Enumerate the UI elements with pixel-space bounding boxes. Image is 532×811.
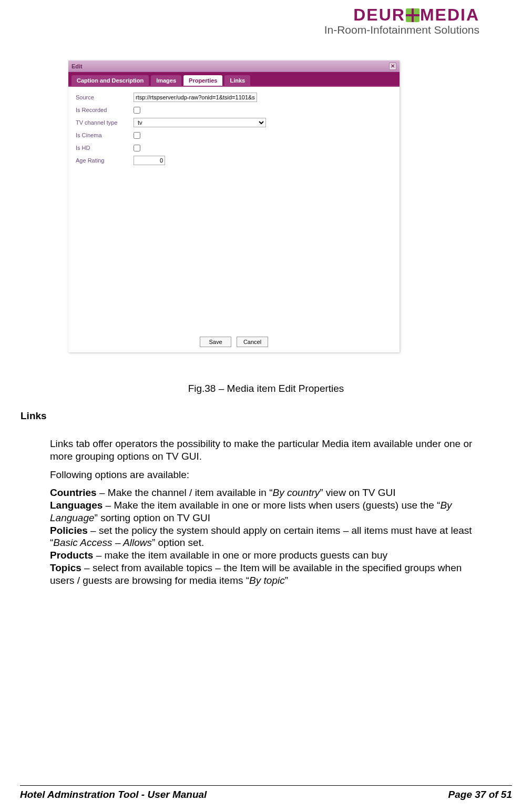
dialog-buttons: Save Cancel [68,337,400,347]
label-source: Source [76,94,134,100]
section-heading-links: Links [21,410,47,422]
para-intro: Links tab offer operators the possibilit… [50,438,479,463]
tab-images[interactable]: Images [151,75,181,86]
dialog-title: Edit [71,63,83,69]
checkbox-is-hd[interactable] [134,145,140,151]
cancel-button[interactable]: Cancel [237,337,268,347]
figure-caption: Fig.38 – Media item Edit Properties [0,383,532,394]
tab-properties[interactable]: Properties [183,75,222,86]
row-is-cinema: Is Cinema [68,129,400,141]
tab-links[interactable]: Links [224,75,250,86]
body-text: Links tab offer operators the possibilit… [50,438,479,586]
input-age-rating[interactable] [134,156,165,165]
edit-dialog: Edit ✕ Caption and Description Images Pr… [68,60,400,352]
brand-icon [406,8,420,22]
row-is-hd: Is HD [68,141,400,154]
label-tv-channel-type: TV channel type [76,119,134,126]
def-topics: Topics – select from available topics – … [50,562,479,587]
brand-right: MEDIA [420,5,479,24]
row-age-rating: Age Rating [68,154,400,167]
def-products: Products – make the item available in on… [50,549,479,562]
def-languages: Languages – Make the item available in o… [50,499,479,524]
input-source[interactable] [134,93,257,102]
page-footer: Hotel Adminstration Tool - User Manual P… [20,789,512,800]
row-is-recorded: Is Recorded [68,104,400,116]
label-age-rating: Age Rating [76,157,134,164]
tab-caption-description[interactable]: Caption and Description [71,75,149,86]
def-countries: Countries – Make the channel / item avai… [50,486,479,499]
dialog-titlebar: Edit ✕ [68,60,400,72]
close-icon[interactable]: ✕ [389,63,396,70]
dialog-tabs: Caption and Description Images Propertie… [68,72,400,87]
footer-rule [20,785,512,786]
label-is-cinema: Is Cinema [76,132,134,138]
brand-left: DEUR [353,5,405,24]
checkbox-is-cinema[interactable] [134,132,140,139]
para-following: Following options are available: [50,469,479,481]
def-policies: Policies – set the policy the system sho… [50,524,479,550]
footer-left: Hotel Adminstration Tool - User Manual [20,789,207,800]
select-tv-channel-type[interactable]: tv [134,118,266,127]
save-button[interactable]: Save [200,337,231,347]
checkbox-is-recorded[interactable] [134,107,140,114]
dialog-form: Source Is Recorded TV channel type tv Is… [68,87,400,167]
row-tv-channel-type: TV channel type tv [68,116,400,129]
label-is-hd: Is HD [76,145,134,151]
page-header: DEURMEDIA In-Room-Infotainment Solutions [324,5,479,36]
brand-tagline: In-Room-Infotainment Solutions [324,24,479,36]
brand-logo: DEURMEDIA [324,5,479,25]
row-source: Source [68,91,400,104]
footer-right: Page 37 of 51 [448,789,512,800]
label-is-recorded: Is Recorded [76,107,134,113]
